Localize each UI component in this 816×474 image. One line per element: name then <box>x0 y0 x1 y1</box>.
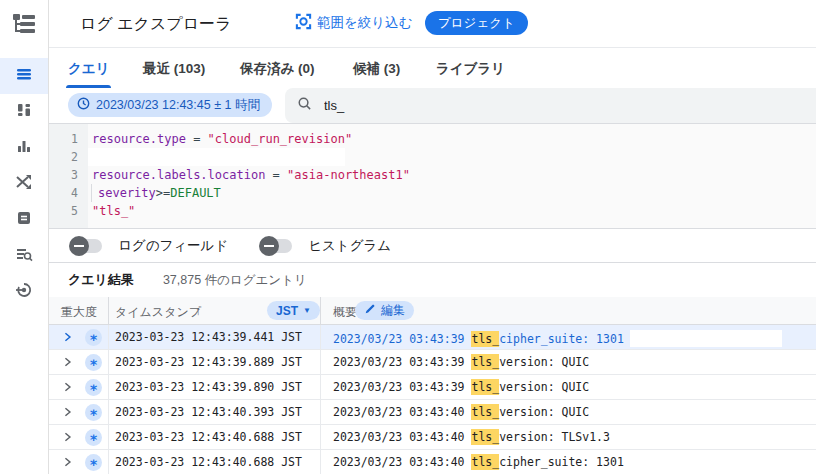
sidebar <box>0 0 49 474</box>
project-scope-badge[interactable]: プロジェクト <box>425 11 528 35</box>
log-table-header: 重大度 タイムスタンプ ↑ JST ▼ 概要 編集 <box>49 297 816 325</box>
column-divider <box>320 297 321 324</box>
edit-summary-button[interactable]: 編集 <box>355 301 414 320</box>
severity-default-icon: ∗ <box>85 329 102 346</box>
summary-time: 2023/03/23 03:43:40 <box>333 455 471 469</box>
log-row[interactable]: ∗2023-03-23 12:43:40.688 JST2023/03/23 0… <box>49 450 816 474</box>
log-summary[interactable]: 2023/03/23 03:43:40 tls_version: TLSv1.3 <box>333 430 610 444</box>
log-timestamp: 2023-03-23 12:43:40.688 JST <box>115 455 302 469</box>
log-timestamp: 2023-03-23 12:43:39.441 JST <box>115 330 302 344</box>
logs-explorer-app: ログ エクスプローラ 範囲を絞り込む プロジェクト クエリ 最近 (103) 保… <box>0 0 816 474</box>
severity-default-icon: ∗ <box>85 429 102 446</box>
search-box[interactable] <box>285 88 816 123</box>
sidebar-item-usage[interactable] <box>0 274 48 310</box>
query-editor[interactable]: 12345 resource.type = "cloud_run_revisio… <box>49 124 816 229</box>
summary-time: 2023/03/23 03:43:39 <box>333 332 471 346</box>
log-rows: ∗2023-03-23 12:43:39.441 JST2023/03/23 0… <box>49 325 816 474</box>
search-input[interactable] <box>322 97 626 114</box>
log-row[interactable]: ∗2023-03-23 12:43:39.890 JST2023/03/23 0… <box>49 375 816 400</box>
column-divider <box>320 375 321 400</box>
time-range-label: 2023/03/23 12:43:45 ± 1 時間 <box>96 97 260 114</box>
tab-suggested[interactable]: 候補 (3) <box>353 48 400 88</box>
column-header-severity: 重大度 <box>61 304 97 321</box>
sidebar-item-log-storage[interactable] <box>0 202 48 238</box>
sidebar-item-log-router[interactable] <box>0 166 48 202</box>
cloud-logging-logo-icon <box>10 10 38 38</box>
log-timestamp: 2023-03-23 12:43:40.688 JST <box>115 430 302 444</box>
histogram-toggle-label: ヒストグラム <box>308 237 391 255</box>
toggle-knob-minus-icon <box>69 236 89 256</box>
log-row[interactable]: ∗2023-03-23 12:43:40.688 JST2023/03/23 0… <box>49 425 816 450</box>
log-summary[interactable]: 2023/03/23 03:43:39 tls_version: QUIC <box>333 355 589 369</box>
code-token-keyword: DEFAULT <box>170 186 221 200</box>
log-timestamp: 2023-03-23 12:43:39.889 JST <box>115 355 302 369</box>
summary-text: version: QUIC <box>499 380 589 394</box>
column-divider <box>320 450 321 474</box>
query-line[interactable]: "tls_" <box>88 202 816 220</box>
log-row[interactable]: ∗2023-03-23 12:43:39.889 JST2023/03/23 0… <box>49 350 816 375</box>
histogram-toggle[interactable] <box>262 239 292 253</box>
log-summary[interactable]: 2023/03/23 03:43:39 tls_cipher_suite: 13… <box>333 330 782 347</box>
query-line[interactable]: severity>=DEFAULT <box>91 184 816 202</box>
results-title: クエリ結果 <box>68 271 134 289</box>
column-divider <box>320 350 321 375</box>
tab-library[interactable]: ライブラリ <box>436 48 505 88</box>
sidebar-item-log-metrics[interactable] <box>0 130 48 166</box>
log-row[interactable]: ∗2023-03-23 12:43:40.393 JST2023/03/23 0… <box>49 400 816 425</box>
log-summary[interactable]: 2023/03/23 03:43:40 tls_version: QUIC <box>333 405 589 419</box>
log-row[interactable]: ∗2023-03-23 12:43:39.441 JST2023/03/23 0… <box>49 325 816 350</box>
timezone-label: JST <box>276 304 298 318</box>
log-summary[interactable]: 2023/03/23 03:43:39 tls_version: QUIC <box>333 380 589 394</box>
log-summary[interactable]: 2023/03/23 03:43:40 tls_cipher_suite: 13… <box>333 455 624 469</box>
edit-label: 編集 <box>381 302 405 319</box>
summary-time: 2023/03/23 03:43:40 <box>333 405 471 419</box>
expand-chevron-icon[interactable] <box>62 381 73 396</box>
column-divider <box>108 450 109 474</box>
sidebar-item-logs-explorer[interactable] <box>0 58 48 94</box>
list-search-icon <box>15 245 33 267</box>
sidebar-item-log-analytics[interactable] <box>0 238 48 274</box>
results-bar: クエリ結果 37,875 件のログエントリ <box>49 262 816 298</box>
selection-patch <box>630 330 782 347</box>
sidebar-nav <box>0 58 48 310</box>
column-divider <box>108 350 109 375</box>
summary-time: 2023/03/23 03:43:39 <box>333 380 471 394</box>
page-title: ログ エクスプローラ <box>80 14 231 35</box>
tab-query[interactable]: クエリ <box>68 48 109 88</box>
target-arrow-icon <box>15 281 33 303</box>
sidebar-item-logs-dashboard[interactable] <box>0 94 48 130</box>
scope-focus-icon <box>295 13 312 33</box>
log-fields-toggle[interactable] <box>72 239 102 253</box>
line-number: 2 <box>49 148 88 166</box>
code-token-field: resource.labels.location <box>92 168 265 182</box>
query-line[interactable]: resource.type = "cloud_run_revision" <box>88 130 816 148</box>
summary-text: cipher_suite: 1301 <box>499 332 624 346</box>
time-range-chip[interactable]: 2023/03/23 12:43:45 ± 1 時間 <box>68 93 272 117</box>
expand-chevron-icon[interactable] <box>62 456 73 471</box>
query-line[interactable]: resource.labels.location = "asia-northea… <box>88 166 816 184</box>
expand-chevron-icon[interactable] <box>62 431 73 446</box>
timezone-selector[interactable]: JST ▼ <box>267 301 320 320</box>
line-number: 4 <box>49 184 88 202</box>
query-line[interactable] <box>88 148 345 166</box>
expand-chevron-icon[interactable] <box>62 356 73 371</box>
refine-scope-button[interactable]: 範囲を絞り込む <box>295 13 412 33</box>
code-token-string: "asia-northeast1" <box>287 168 410 182</box>
column-divider <box>320 400 321 425</box>
column-divider <box>108 297 109 324</box>
code-token-op: >= <box>156 186 170 200</box>
editor-gutter: 12345 <box>49 124 88 228</box>
tab-recent[interactable]: 最近 (103) <box>143 48 205 88</box>
line-number: 3 <box>49 166 88 184</box>
code-token-op: = <box>265 168 287 182</box>
expand-chevron-icon[interactable] <box>62 406 73 421</box>
column-divider <box>320 325 321 350</box>
column-header-timestamp[interactable]: タイムスタンプ <box>115 304 201 321</box>
bar-chart-icon <box>15 137 33 159</box>
tab-saved[interactable]: 保存済み (0) <box>240 48 315 88</box>
summary-text: version: QUIC <box>499 405 589 419</box>
code-token-string: "cloud_run_revision" <box>208 132 353 146</box>
column-divider <box>108 375 109 400</box>
sort-ascending-icon[interactable]: ↑ <box>195 304 201 318</box>
expand-chevron-icon[interactable] <box>62 331 73 346</box>
